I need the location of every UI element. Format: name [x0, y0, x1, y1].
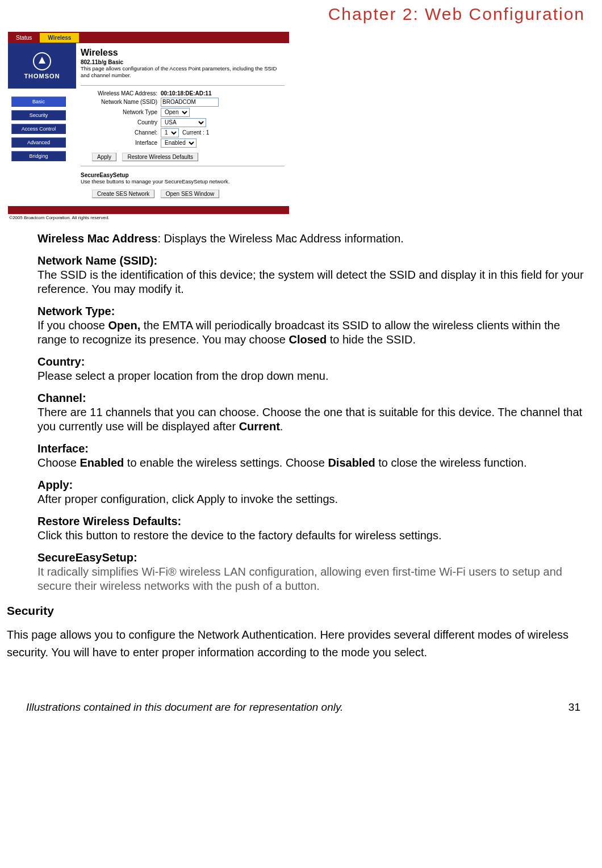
row-nettype: Network Type Open — [81, 108, 285, 117]
item-country-text: Please select a proper location from the… — [37, 369, 592, 383]
sidebar-item-advanced[interactable]: Advanced — [11, 137, 66, 148]
divider — [81, 85, 285, 86]
row-ssid: Network Name (SSID) — [81, 98, 285, 107]
copyright: ©2005 Broadcom Corporation. All rights r… — [8, 214, 289, 220]
security-heading: Security — [6, 603, 592, 618]
country-select[interactable]: USA — [161, 118, 206, 127]
tab-wireless[interactable]: Wireless — [40, 33, 79, 43]
sidebar-item-security[interactable]: Security — [11, 110, 66, 120]
ssid-label: Network Name (SSID) — [81, 99, 161, 105]
mac-label: Wireless MAC Address: — [81, 90, 161, 97]
item-ssid: Network Name (SSID): The SSID is the ide… — [37, 254, 592, 296]
apply-button[interactable]: Apply — [92, 153, 116, 161]
item-nettype: Network Type: If you choose Open, the EM… — [37, 304, 592, 347]
row-mac: Wireless MAC Address: 00:10:18:DE:AD:11 — [81, 90, 285, 97]
mac-value: 00:10:18:DE:AD:11 — [161, 90, 211, 97]
open-ses-button[interactable]: Open SES Window — [161, 190, 220, 198]
item-interface: Interface: Choose Enabled to enable the … — [37, 442, 592, 470]
channel-label: Channel: — [81, 129, 161, 136]
ses-description: Use these buttons to manage your SecureE… — [81, 178, 285, 184]
row-country: Country USA — [81, 118, 285, 127]
interface-label: Interface — [81, 140, 161, 146]
footbar — [8, 206, 289, 214]
item-apply: Apply: After proper configuration, click… — [37, 478, 592, 506]
ses-heading: SecureEasySetup — [81, 172, 285, 178]
footer-note: Illustrations contained in this document… — [26, 701, 343, 714]
panel-title: Wireless — [81, 48, 285, 58]
page-number: 31 — [568, 701, 580, 714]
topbar: Status Wireless — [8, 32, 289, 43]
router-screenshot: Status Wireless THOMSON Basic Security A… — [8, 32, 289, 220]
nettype-label: Network Type — [81, 109, 161, 115]
item-nettype-text: If you choose Open, the EMTA will period… — [37, 318, 592, 347]
ssid-input[interactable] — [161, 98, 219, 107]
item-mac-lead: Wireless Mac Address — [37, 232, 157, 245]
row-channel: Channel: 1 Current : 1 — [81, 128, 285, 137]
item-interface-lead: Interface: — [37, 442, 592, 456]
brand-logo: THOMSON — [8, 43, 76, 89]
logo-icon — [33, 52, 51, 70]
item-mac: Wireless Mac Address: Displays the Wirel… — [37, 232, 592, 246]
sidebar-item-access-control[interactable]: Access Control — [11, 124, 66, 134]
item-country-lead: Country: — [37, 355, 592, 369]
item-ses: SecureEasySetup: It radically simplifies… — [37, 551, 592, 593]
panel-subtitle: 802.11b/g Basic — [81, 59, 285, 65]
item-restore-lead: Restore Wireless Defaults: — [37, 514, 592, 529]
interface-select[interactable]: Enabled — [161, 139, 197, 148]
channel-current: Current : 1 — [182, 129, 209, 136]
chapter-title: Chapter 2: Web Configuration — [6, 0, 596, 28]
item-mac-text: : Displays the Wireless Mac Address info… — [157, 232, 404, 245]
item-ses-lead: SecureEasySetup: — [37, 551, 592, 565]
sidebar: Basic Security Access Control Advanced B… — [8, 89, 76, 169]
item-ssid-lead: Network Name (SSID): — [37, 254, 592, 268]
item-restore: Restore Wireless Defaults: Click this bu… — [37, 514, 592, 543]
sidebar-item-bridging[interactable]: Bridging — [11, 151, 66, 161]
item-country: Country: Please select a proper location… — [37, 355, 592, 383]
divider — [81, 166, 285, 166]
item-ses-text: It radically simplifies Wi-Fi® wireless … — [37, 565, 592, 593]
item-apply-lead: Apply: — [37, 478, 592, 492]
item-interface-text: Choose Enabled to enable the wireless se… — [37, 456, 592, 470]
country-label: Country — [81, 119, 161, 125]
logo-text: THOMSON — [24, 73, 60, 79]
nettype-select[interactable]: Open — [161, 108, 190, 117]
tab-status[interactable]: Status — [8, 33, 40, 43]
item-channel-text: There are 11 channels that you can choos… — [37, 405, 592, 434]
panel-description: This page allows configuration of the Ac… — [81, 65, 285, 79]
restore-defaults-button[interactable]: Restore Wireless Defaults — [122, 153, 198, 161]
item-nettype-lead: Network Type: — [37, 304, 592, 318]
row-interface: Interface Enabled — [81, 139, 285, 148]
item-restore-text: Click this button to restore the device … — [37, 529, 592, 543]
item-channel: Channel: There are 11 channels that you … — [37, 391, 592, 434]
sidebar-item-basic[interactable]: Basic — [11, 97, 66, 107]
channel-select[interactable]: 1 — [161, 128, 179, 137]
security-paragraph: This page allows you to configure the Ne… — [6, 626, 592, 661]
item-channel-lead: Channel: — [37, 391, 592, 405]
create-ses-button[interactable]: Create SES Network — [92, 190, 154, 198]
item-apply-text: After proper configuration, click Apply … — [37, 492, 592, 506]
item-ssid-text: The SSID is the identification of this d… — [37, 268, 592, 296]
